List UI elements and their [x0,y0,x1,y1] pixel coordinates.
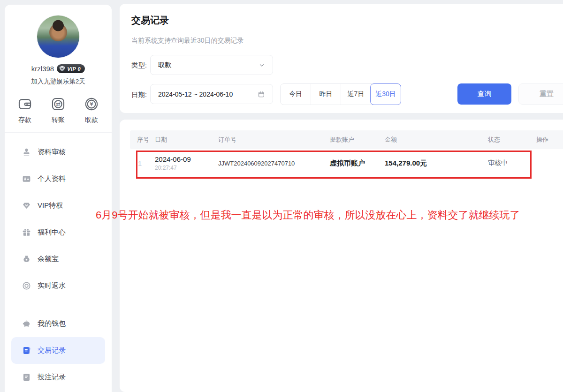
vip-emblem-icon [59,65,66,72]
money-pouch-icon [22,254,31,264]
avatar[interactable] [37,15,80,58]
search-button[interactable]: 查询 [457,83,511,105]
sidebar-item-wallet[interactable]: 我的钱包 [11,310,105,337]
svg-text:¥: ¥ [90,101,93,107]
sidebar-item-yuebao[interactable]: 余额宝 [11,246,105,272]
calendar-icon [258,90,265,98]
bet-record-icon [22,372,31,382]
transfer-button[interactable]: ⇄ 转账 [50,96,66,124]
quick-range-yesterday[interactable]: 昨日 [311,84,341,105]
filters-card: 交易记录 当前系统支持查询最近30日的交易记录 类型: 取款 日期: 2024-… [120,4,563,113]
withdraw-button[interactable]: ¥ 取款 [84,96,99,124]
piggy-bank-icon [22,319,31,329]
records-table-card: 序号 日期 订单号 提款账户 金额 状态 操作 1 2024-06-09 20:… [120,120,563,392]
quick-range-30days[interactable]: 近30日 [370,83,401,105]
sidebar-item-label: 个人资料 [38,174,66,183]
svg-text:⇄: ⇄ [56,101,61,107]
type-select-value: 取款 [158,60,172,69]
date-range-input[interactable]: 2024-05-12 ~ 2024-06-10 [150,84,273,104]
page-subtitle: 当前系统支持查询最近30日的交易记录 [131,37,244,45]
vip-badge-label: VIP 0 [67,66,81,72]
quick-range-today[interactable]: 今日 [281,84,311,105]
row-amount: 154,279.00元 [385,159,488,168]
col-header-order: 订单号 [218,136,330,144]
sidebar-item-welfare[interactable]: 福利中心 [11,219,105,246]
row-status: 审核中 [488,159,536,167]
row-account: 虚拟币账户 [330,159,385,168]
table-header-row: 序号 日期 订单号 提款账户 金额 状态 操作 [130,130,563,149]
sidebar-item-label: 交易记录 [38,346,66,355]
sidebar-item-label: 资料审核 [38,148,66,157]
deposit-label: 存款 [18,116,31,124]
col-header-account: 提款账户 [330,136,385,144]
sidebar-item-audit[interactable]: 资料审核 [11,139,105,166]
rebate-icon [22,281,31,291]
transaction-record-icon [22,346,31,355]
page-title: 交易记录 [131,14,169,27]
quick-range-7days[interactable]: 近7日 [341,84,371,105]
row-date-cell: 2024-06-09 20:27:47 [155,155,218,171]
row-order-no: JJWT202406092027470710 [218,160,330,167]
quick-range-group: 今日 昨日 近7日 近30日 [280,83,401,105]
date-filter-label: 日期: [131,90,147,99]
sidebar-item-label: 实时返水 [38,281,66,290]
user-identity: krzl398 VIP 0 [5,64,112,73]
date-range-value: 2024-05-12 ~ 2024-06-10 [158,90,233,98]
sidebar-item-profile[interactable]: 个人资料 [11,166,105,192]
sidebar-item-label: VIP特权 [38,201,63,210]
transfer-icon: ⇄ [50,96,66,112]
sidebar-item-bets[interactable]: 投注记录 [11,364,105,391]
row-date: 2024-06-09 [155,155,218,163]
type-filter-label: 类型: [131,61,147,70]
reset-button[interactable]: 重置 [518,83,563,105]
sidebar-wallet-menu: 我的钱包 交易记录 投注记录 [5,306,112,391]
vip-badge: VIP 0 [57,64,85,73]
sidebar: krzl398 VIP 0 加入九游娱乐第2天 存款 [5,5,112,392]
sidebar-item-rebate[interactable]: 实时返水 [11,272,105,299]
col-header-date: 日期 [155,136,218,144]
col-header-operation: 操作 [536,136,563,144]
sidebar-item-transactions[interactable]: 交易记录 [11,337,105,364]
row-time: 20:27:47 [155,165,218,171]
col-header-status: 状态 [488,136,536,144]
row-index: 1 [137,159,155,167]
gift-icon [22,227,31,237]
vip-diamond-icon [22,201,31,211]
table-row: 1 2024-06-09 20:27:47 JJWT20240609202747… [130,149,563,177]
quick-actions: 存款 ⇄ 转账 ¥ 取款 [5,96,112,124]
withdraw-label: 取款 [85,116,98,124]
sidebar-item-label: 福利中心 [38,228,66,237]
annotation-text: 6月9号开始就被审核，但是我一直是以为正常的审核，所以没放在心上，资料交了就继续… [96,208,520,222]
sidebar-item-label: 我的钱包 [38,319,66,328]
audit-stamp-icon [22,147,31,157]
deposit-button[interactable]: 存款 [17,96,33,124]
chevron-down-icon [259,62,265,68]
sidebar-item-label: 余额宝 [38,255,59,264]
type-select[interactable]: 取款 [150,55,273,75]
col-header-amount: 金额 [385,136,488,144]
join-duration-text: 加入九游娱乐第2天 [5,77,112,86]
username: krzl398 [31,65,54,73]
id-card-icon [22,174,31,184]
col-header-index: 序号 [137,136,155,144]
deposit-icon [17,96,33,112]
transfer-label: 转账 [52,116,65,124]
withdraw-icon: ¥ [84,96,99,112]
sidebar-item-label: 投注记录 [38,373,66,382]
sidebar-item-vip[interactable]: VIP特权 [11,192,105,219]
